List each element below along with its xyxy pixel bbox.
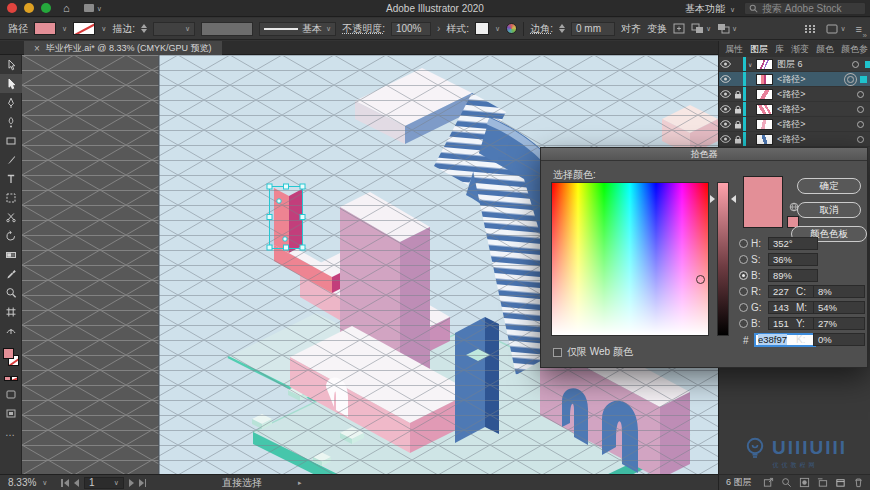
layer-row-selected[interactable]: <路径> xyxy=(719,72,870,87)
k-value-field[interactable]: 0% xyxy=(813,333,865,346)
color-field-marker[interactable] xyxy=(696,275,705,284)
first-artboard-button[interactable] xyxy=(61,479,69,487)
target-circle[interactable] xyxy=(852,61,859,68)
rectangle-tool[interactable] xyxy=(0,131,22,150)
brightness-slider[interactable] xyxy=(717,182,729,336)
c-value-field[interactable]: 8% xyxy=(813,285,865,298)
pen-tool[interactable] xyxy=(0,93,22,112)
m-value-field[interactable]: 54% xyxy=(813,301,865,314)
stroke-weight-stepper[interactable] xyxy=(141,24,147,33)
dialog-titlebar[interactable]: 拾色器 xyxy=(541,148,867,161)
align-button[interactable]: 对齐 xyxy=(621,22,641,36)
layer-name[interactable]: <路径> xyxy=(777,73,847,86)
r-radio[interactable] xyxy=(739,287,748,296)
lock-icon[interactable] xyxy=(732,120,743,129)
delete-layer-icon[interactable] xyxy=(853,477,864,488)
zoom-window-button[interactable] xyxy=(41,3,51,13)
pathfinder-dropdown[interactable]: ∨ xyxy=(717,23,737,34)
minimize-window-button[interactable] xyxy=(24,3,34,13)
h-value-field[interactable]: 352° xyxy=(768,237,818,250)
free-transform-tool[interactable] xyxy=(0,188,22,207)
tab-color[interactable]: 颜色 xyxy=(816,43,834,56)
graphic-style-swatch[interactable] xyxy=(475,22,489,35)
y-value-field[interactable]: 27% xyxy=(813,317,865,330)
drawing-modes-button[interactable] xyxy=(0,385,22,404)
g-radio[interactable] xyxy=(739,303,748,312)
collect-for-export-icon[interactable] xyxy=(763,477,774,488)
selection-indicator[interactable] xyxy=(860,76,867,83)
current-tool-indicator[interactable]: 直接选择 xyxy=(222,476,262,490)
visibility-eye-icon[interactable] xyxy=(719,90,732,98)
artboard-number-field[interactable]: 1∨ xyxy=(84,477,124,489)
stroke-weight-dropdown[interactable]: ∨ xyxy=(153,22,195,36)
artboard-tool[interactable] xyxy=(0,302,22,321)
eyedropper-tool[interactable] xyxy=(0,264,22,283)
checkbox-icon[interactable] xyxy=(553,348,562,357)
corner-stepper[interactable] xyxy=(559,24,565,33)
selection-tool[interactable] xyxy=(0,55,22,74)
ok-button[interactable]: 确定 xyxy=(797,178,861,194)
fill-dropdown-icon[interactable]: ∨ xyxy=(62,25,67,32)
grid-options-icon[interactable] xyxy=(805,25,816,33)
layer-thumbnail[interactable] xyxy=(756,104,773,115)
visibility-eye-icon[interactable] xyxy=(719,135,732,143)
type-tool[interactable] xyxy=(0,169,22,188)
opacity-value-field[interactable]: 100% xyxy=(391,22,431,36)
tab-libraries[interactable]: 库 xyxy=(775,43,784,56)
layer-thumbnail[interactable] xyxy=(756,134,773,145)
s-value-field[interactable]: 36% xyxy=(768,253,818,266)
arrange-documents-icon[interactable]: ∨ xyxy=(84,4,102,12)
shape-mode-dropdown[interactable]: ∨ xyxy=(691,23,711,34)
zoom-level-dropdown[interactable]: 8.33%∨ xyxy=(8,477,47,488)
layer-thumbnail[interactable] xyxy=(756,74,773,85)
b-value-field[interactable]: 89% xyxy=(768,269,818,282)
h-radio[interactable] xyxy=(739,239,748,248)
layer-row[interactable]: <路径> xyxy=(719,87,870,102)
document-tab[interactable]: × 毕业作业.ai* @ 8.33% (CMYK/GPU 预览) xyxy=(24,41,222,55)
fill-proxy-swatch[interactable] xyxy=(3,348,14,359)
opacity-expand-icon[interactable]: › xyxy=(437,23,440,34)
width-profile-dropdown[interactable] xyxy=(201,22,253,36)
visibility-eye-icon[interactable] xyxy=(719,105,732,113)
zoom-tool[interactable] xyxy=(0,283,22,302)
last-artboard-button[interactable] xyxy=(139,479,147,487)
direct-selection-tool[interactable] xyxy=(0,74,22,93)
layer-thumbnail[interactable] xyxy=(756,119,773,130)
make-mask-icon[interactable] xyxy=(799,477,810,488)
scissors-tool[interactable] xyxy=(0,207,22,226)
brush-definition-dropdown[interactable]: 基本 ∨ xyxy=(259,22,336,36)
layer-name[interactable]: <路径> xyxy=(777,133,857,146)
gradient-tool[interactable] xyxy=(0,245,22,264)
slider-thumb-right[interactable] xyxy=(731,195,736,203)
target-circle[interactable] xyxy=(857,136,864,143)
b2-radio[interactable] xyxy=(739,319,748,328)
close-document-icon[interactable]: × xyxy=(34,43,40,54)
tab-gradient[interactable]: 渐变 xyxy=(791,43,809,56)
layer-name[interactable]: <路径> xyxy=(777,103,857,116)
transform-button[interactable]: 变换 xyxy=(647,22,667,36)
layer-name[interactable]: <路径> xyxy=(777,118,857,131)
status-expand-icon[interactable]: ▸ xyxy=(298,479,302,486)
b-radio-selected[interactable] xyxy=(739,271,748,280)
expand-layer-icon[interactable]: ∨ xyxy=(748,61,756,68)
color-field[interactable] xyxy=(551,182,709,336)
home-icon[interactable]: ⌂ xyxy=(63,2,70,14)
corner-value-field[interactable]: 0 mm xyxy=(571,22,615,36)
tab-color-guide[interactable]: 颜色参 xyxy=(841,43,868,56)
lock-icon[interactable] xyxy=(732,135,743,144)
paintbrush-tool[interactable] xyxy=(0,150,22,169)
stock-search-input[interactable]: 搜索 Adobe Stock xyxy=(744,2,866,15)
collapse-panels-icon[interactable]: » xyxy=(863,31,867,40)
web-colors-only-checkbox[interactable]: 仅限 Web 颜色 xyxy=(553,345,633,359)
layer-name[interactable]: 图层 6 xyxy=(777,58,852,71)
rotate-tool[interactable] xyxy=(0,226,22,245)
target-circle[interactable] xyxy=(857,106,864,113)
layer-thumbnail[interactable] xyxy=(756,59,773,70)
recolor-artwork-icon[interactable] xyxy=(506,23,517,34)
new-sublayer-icon[interactable] xyxy=(817,477,828,488)
next-artboard-button[interactable] xyxy=(129,479,134,487)
opacity-label[interactable]: 不透明度: xyxy=(342,22,385,36)
target-circle[interactable] xyxy=(847,76,854,83)
target-circle[interactable] xyxy=(857,91,864,98)
new-layer-icon[interactable] xyxy=(835,477,846,488)
